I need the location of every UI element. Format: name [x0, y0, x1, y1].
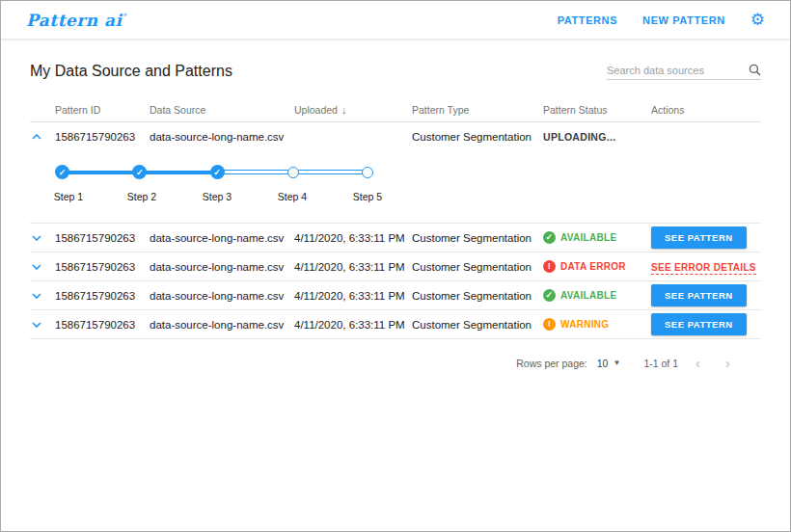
actions-cell: SEE ERROR DETAILS	[651, 261, 761, 273]
check-circle-icon: ✓	[543, 289, 556, 302]
upload-stepper: ✓ ✓ ✓ Step 1 Step 2 Step 3 Step 4 Step 5	[55, 165, 373, 213]
pattern-type-cell: Customer Segmentation	[412, 261, 543, 273]
status-badge: !DATA ERROR	[543, 260, 651, 273]
pattern-type-cell: Customer Segmentation	[412, 319, 543, 331]
sort-desc-icon[interactable]: ↓	[341, 104, 346, 116]
table-row: 1586715790263 data-source-long-name.csv …	[30, 253, 761, 281]
stepper-connector-done	[68, 171, 133, 174]
step-pending-icon	[287, 167, 299, 178]
chevron-down-icon: ▼	[613, 359, 620, 367]
status-badge: UPLOADING...	[543, 131, 651, 143]
chevron-up-icon[interactable]	[30, 134, 55, 140]
see-pattern-button[interactable]: SEE PATTERN	[651, 226, 747, 249]
data-source-cell: data-source-long-name.csv	[150, 261, 294, 273]
next-page-icon[interactable]: ›	[718, 355, 738, 371]
see-pattern-button[interactable]: SEE PATTERN	[651, 284, 747, 306]
page-title: My Data Source and Patterns	[30, 63, 232, 80]
step-label: Step 5	[353, 191, 382, 202]
chevron-down-icon[interactable]	[30, 293, 55, 299]
data-source-cell: data-source-long-name.csv	[150, 131, 294, 143]
step-done-icon: ✓	[132, 165, 147, 179]
header-pattern-id: Pattern ID	[55, 104, 150, 116]
stepper-track: ✓ ✓ ✓	[55, 165, 373, 179]
logo-mark: °	[123, 12, 127, 21]
table-row: 1586715790263 data-source-long-name.csv …	[30, 224, 761, 253]
warning-circle-icon: !	[543, 318, 556, 331]
see-pattern-button[interactable]: SEE PATTERN	[651, 313, 747, 335]
step-label: Step 3	[203, 191, 232, 202]
previous-page-icon[interactable]: ‹	[688, 355, 708, 371]
top-app-bar: Pattern ai° PATTERNS NEW PATTERN ⚙	[1, 1, 790, 40]
stepper-connector-todo	[298, 170, 363, 174]
data-source-cell: data-source-long-name.csv	[150, 232, 294, 244]
see-error-details-link[interactable]: SEE ERROR DETAILS	[651, 262, 756, 275]
actions-cell: SEE PATTERN	[651, 226, 761, 249]
check-circle-icon: ✓	[543, 231, 556, 244]
header-pattern-type: Pattern Type	[412, 104, 543, 116]
uploaded-cell: 4/11/2020, 6:33:11 PM	[294, 261, 412, 273]
uploaded-cell: 4/11/2020, 6:33:11 PM	[294, 319, 412, 331]
stepper-connector-todo	[224, 170, 288, 174]
pattern-id-cell: 1586715790263	[55, 290, 150, 302]
status-badge: ✓AVAILABLE	[543, 289, 651, 302]
gear-icon[interactable]: ⚙	[750, 12, 765, 28]
chevron-down-icon[interactable]	[30, 264, 55, 270]
uploaded-cell: 4/11/2020, 6:33:11 PM	[294, 290, 412, 302]
pattern-type-cell: Customer Segmentation	[412, 290, 543, 302]
error-circle-icon: !	[543, 260, 556, 273]
stepper-connector-done	[146, 171, 210, 174]
nav-new-pattern-link[interactable]: NEW PATTERN	[642, 14, 725, 26]
nav-patterns-link[interactable]: PATTERNS	[558, 14, 617, 26]
step-label: Step 1	[54, 191, 83, 202]
top-nav: PATTERNS NEW PATTERN ⚙	[558, 12, 765, 28]
actions-cell: SEE PATTERN	[651, 284, 761, 306]
chevron-down-icon[interactable]	[30, 235, 55, 241]
page-range-label: 1-1 of 1	[643, 358, 678, 369]
header-data-source: Data Source	[150, 104, 294, 116]
table-row: 1586715790263 data-source-long-name.csv …	[30, 310, 761, 339]
pattern-id-cell: 1586715790263	[55, 261, 150, 273]
status-badge: ✓AVAILABLE	[543, 231, 651, 244]
table-row: 1586715790263 data-source-long-name.csv …	[30, 122, 761, 151]
page-header: My Data Source and Patterns	[30, 63, 761, 80]
rows-per-page-select[interactable]: 10 ▼	[597, 358, 621, 369]
uploaded-cell: 4/11/2020, 6:33:11 PM	[294, 232, 412, 244]
pattern-type-cell: Customer Segmentation	[412, 131, 543, 143]
pattern-id-cell: 1586715790263	[55, 131, 150, 143]
rows-per-page-label: Rows per page:	[516, 358, 587, 369]
chevron-down-icon[interactable]	[30, 322, 55, 328]
header-uploaded[interactable]: Uploaded↓	[294, 104, 412, 116]
stepper-labels: Step 1 Step 2 Step 3 Step 4 Step 5	[55, 191, 373, 212]
app-window: Pattern ai° PATTERNS NEW PATTERN ⚙ My Da…	[0, 0, 791, 532]
step-done-icon: ✓	[210, 165, 225, 179]
step-label: Step 2	[127, 191, 156, 202]
pagination-bar: Rows per page: 10 ▼ 1-1 of 1 ‹ ›	[30, 339, 761, 371]
actions-cell: SEE PATTERN	[651, 313, 761, 335]
data-source-cell: data-source-long-name.csv	[150, 319, 294, 331]
main-content: My Data Source and Patterns Pattern ID D…	[1, 63, 790, 371]
step-pending-icon	[362, 167, 373, 178]
status-badge: !WARNING	[543, 318, 651, 331]
data-source-cell: data-source-long-name.csv	[150, 290, 294, 302]
table-row: 1586715790263 data-source-long-name.csv …	[30, 281, 761, 310]
pattern-id-cell: 1586715790263	[55, 232, 150, 244]
search-icon[interactable]	[749, 64, 761, 76]
step-label: Step 4	[278, 191, 307, 202]
header-actions: Actions	[651, 104, 761, 116]
search-box	[607, 64, 761, 80]
header-pattern-status: Pattern Status	[543, 104, 651, 116]
search-input[interactable]	[607, 65, 749, 76]
table-header-row: Pattern ID Data Source Uploaded↓ Pattern…	[30, 97, 761, 122]
step-done-icon: ✓	[55, 165, 69, 179]
pattern-type-cell: Customer Segmentation	[412, 232, 543, 244]
brand-logo[interactable]: Pattern ai°	[26, 11, 126, 30]
pattern-id-cell: 1586715790263	[55, 319, 150, 331]
upload-progress-panel: ✓ ✓ ✓ Step 1 Step 2 Step 3 Step 4 Step 5	[30, 151, 761, 224]
